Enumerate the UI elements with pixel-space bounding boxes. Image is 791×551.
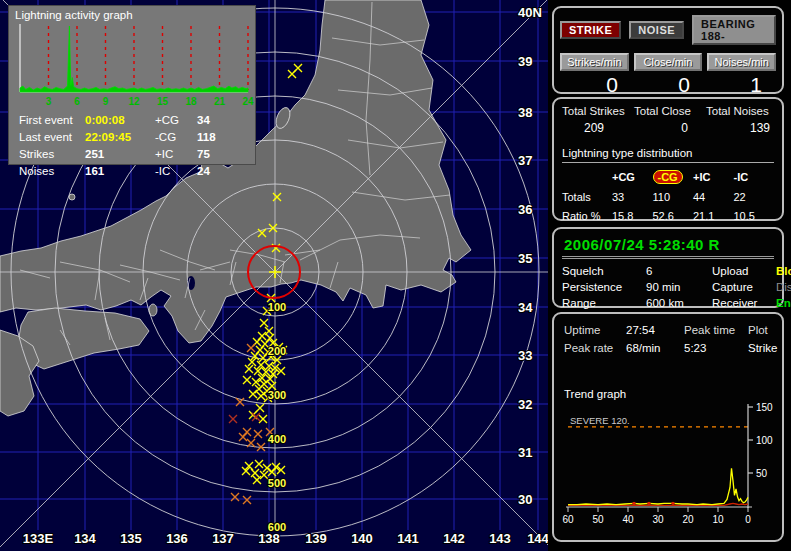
svg-text:300: 300 xyxy=(268,389,286,401)
pic-value: 75 xyxy=(197,148,245,161)
capture-status: Disabled xyxy=(776,281,791,293)
noises-value: 161 xyxy=(85,165,155,178)
ncg-value: 118 xyxy=(197,131,245,144)
svg-text:133E: 133E xyxy=(23,531,54,546)
activity-graph: 3691215182124 xyxy=(14,22,254,108)
sidebar: STRIKE NOISE BEARING 188- Strikes/min Cl… xyxy=(548,0,791,551)
rate-panel: STRIKE NOISE BEARING 188- Strikes/min Cl… xyxy=(552,6,784,94)
svg-text:137: 137 xyxy=(212,531,234,546)
oki-island xyxy=(69,194,75,200)
svg-text:34: 34 xyxy=(518,300,533,315)
strike-button[interactable]: STRIKE xyxy=(560,21,621,39)
totals-panel: Total Strikes Total Close Total Noises 2… xyxy=(552,97,784,221)
strikes-label: Strikes xyxy=(19,148,85,161)
svg-text:600: 600 xyxy=(268,521,286,533)
svg-text:400: 400 xyxy=(268,433,286,445)
total-strikes-value: 209 xyxy=(562,121,630,135)
last-event-label: Last event xyxy=(19,131,85,144)
noise-button[interactable]: NOISE xyxy=(629,21,684,39)
svg-text:500: 500 xyxy=(268,477,286,489)
ratio-pcg: 15.8 xyxy=(612,210,653,222)
close-per-min-value: 0 xyxy=(632,73,704,97)
totals-nic: 22 xyxy=(734,191,775,203)
upload-label: Upload xyxy=(712,265,776,277)
bearing-button[interactable]: BEARING 188- xyxy=(692,15,776,45)
trend-graph-title: Trend graph xyxy=(564,388,778,400)
noises-per-min-button[interactable]: Noises/min xyxy=(707,53,776,71)
svg-text:10: 10 xyxy=(712,514,724,525)
svg-text:35: 35 xyxy=(518,251,532,266)
nic-label: -IC xyxy=(155,165,197,178)
svg-text:20: 20 xyxy=(682,514,694,525)
first-event-value: 0:00:08 xyxy=(85,114,155,127)
close-per-min-button[interactable]: Close/min xyxy=(634,53,703,71)
plot-label: Plot xyxy=(748,324,777,336)
svg-text:141: 141 xyxy=(397,531,419,546)
distribution-title: Lightning type distribution xyxy=(562,147,774,163)
range-label: Range xyxy=(562,297,646,309)
pic-label: +IC xyxy=(155,148,197,161)
svg-text:60: 60 xyxy=(562,514,574,525)
total-close-label: Total Close xyxy=(634,105,702,117)
svg-text:135: 135 xyxy=(120,531,142,546)
activity-panel-title: Lightning activity graph xyxy=(9,6,255,22)
distribution-table: +CG -CG +IC -IC Totals 33 110 44 22 Rati… xyxy=(562,170,774,222)
receiver-label: Receiver xyxy=(712,297,776,309)
col-pic: +IC xyxy=(693,171,734,183)
totals-ncg: 110 xyxy=(653,191,694,203)
peak-time-label: Peak time xyxy=(684,324,748,336)
nic-value: 24 xyxy=(197,165,245,178)
total-strikes-label: Total Strikes xyxy=(562,105,630,117)
noises-per-min-value: 1 xyxy=(704,73,776,97)
plot-mode-value: Strike xyxy=(748,342,777,354)
lightning-activity-panel: Lightning activity graph 3691215182124 F… xyxy=(8,5,256,165)
svg-text:142: 142 xyxy=(443,531,465,546)
ratio-row-label: Ratio % xyxy=(562,210,612,222)
pcg-label: +CG xyxy=(155,114,197,127)
total-noises-value: 139 xyxy=(706,121,774,135)
persistence-label: Persistence xyxy=(562,281,646,293)
strikes-per-min-value: 0 xyxy=(560,73,632,97)
svg-text:40: 40 xyxy=(622,514,634,525)
svg-text:9: 9 xyxy=(103,96,109,107)
svg-text:12: 12 xyxy=(128,96,140,107)
svg-text:38: 38 xyxy=(518,105,532,120)
peak-time-value: 5:23 xyxy=(684,342,748,354)
svg-text:100: 100 xyxy=(268,301,286,313)
totals-row-label: Totals xyxy=(562,191,612,203)
persistence-value: 90 min xyxy=(646,281,712,293)
svg-text:136: 136 xyxy=(166,531,188,546)
totals-pcg: 33 xyxy=(612,191,653,203)
total-noises-label: Total Noises xyxy=(706,105,774,117)
last-event-value: 22:09:45 xyxy=(85,131,155,144)
map-area: 133E13413513613713813914014114214314440N… xyxy=(0,0,548,551)
uptime-value: 27:54 xyxy=(626,324,684,336)
strikes-per-min-button[interactable]: Strikes/min xyxy=(560,53,629,71)
svg-text:150: 150 xyxy=(756,402,773,413)
capture-label: Capture xyxy=(712,281,776,293)
noises-label: Noises xyxy=(19,165,85,178)
svg-text:134: 134 xyxy=(74,531,96,546)
svg-text:36: 36 xyxy=(518,202,532,217)
svg-text:50: 50 xyxy=(592,514,604,525)
strikes-value: 251 xyxy=(85,148,155,161)
col-nic: -IC xyxy=(734,171,775,183)
svg-text:33: 33 xyxy=(518,348,532,363)
svg-text:30: 30 xyxy=(652,514,664,525)
svg-text:0: 0 xyxy=(745,514,751,525)
svg-text:21: 21 xyxy=(214,96,226,107)
svg-text:30: 30 xyxy=(518,492,532,507)
totals-pic: 44 xyxy=(693,191,734,203)
receiver-status: Enabled xyxy=(776,297,791,309)
ratio-ncg: 52.6 xyxy=(653,210,694,222)
peak-rate-value: 68/min xyxy=(626,342,684,354)
svg-text:143: 143 xyxy=(489,531,511,546)
svg-text:139: 139 xyxy=(305,531,327,546)
peak-rate-label: Peak rate xyxy=(564,342,626,354)
ratio-nic: 10.5 xyxy=(734,210,775,222)
svg-text:6: 6 xyxy=(74,96,80,107)
svg-text:140: 140 xyxy=(351,531,373,546)
datetime-display: 2006/07/24 5:28:40 R xyxy=(562,234,774,259)
upload-status: Blocked xyxy=(776,265,791,277)
svg-text:200: 200 xyxy=(268,345,286,357)
